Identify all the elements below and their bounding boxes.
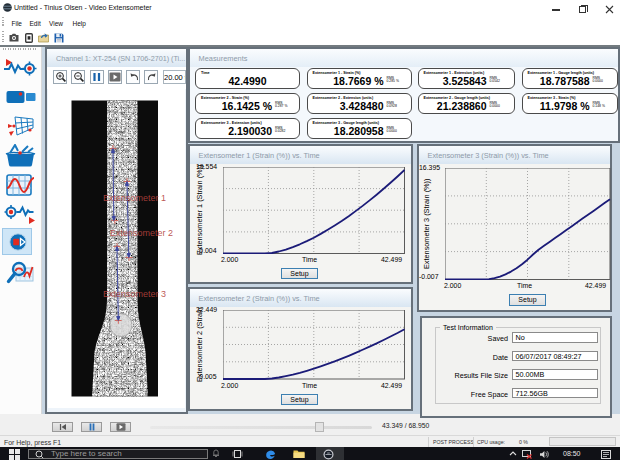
svg-text:Extensometer 1: Extensometer 1 bbox=[103, 193, 166, 203]
svg-text:Extensometer 2: Extensometer 2 bbox=[110, 228, 173, 238]
svg-text:Extensometer 3: Extensometer 3 bbox=[103, 289, 166, 299]
